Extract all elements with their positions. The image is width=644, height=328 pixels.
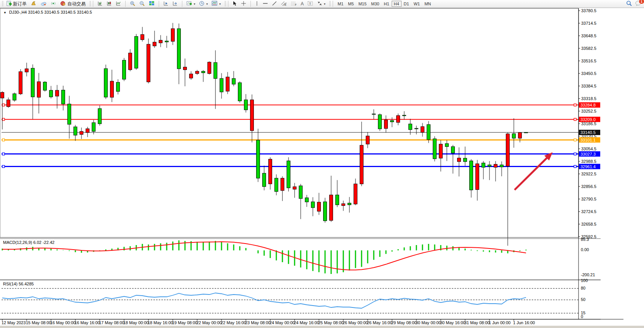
candle-body-bull (415, 128, 418, 129)
candle-body-bull (324, 202, 327, 221)
tab-timeframe-m30[interactable]: M30 (369, 1, 381, 7)
vline-tool-button[interactable] (253, 0, 261, 8)
symbol-title: DJ30-,H4 33140.5 33140.5 33140.5 33140.5 (9, 10, 92, 14)
channel-tool-button[interactable]: E (279, 0, 289, 8)
candle-body-bull (464, 158, 467, 162)
price-badge-label: 33140.5 (580, 130, 596, 135)
time-axis-label: 12 May 2023 (2, 320, 26, 325)
cursor-tool-button[interactable] (231, 0, 239, 8)
candle-body-bear (86, 129, 89, 132)
zoom-in-button[interactable] (128, 0, 137, 8)
hline-handle-right[interactable] (574, 139, 576, 141)
candle-body-bear (141, 35, 144, 40)
chart-canvas[interactable]: 33780.533714.533648.533582.533516.533450… (0, 0, 644, 328)
candle-body-bear (518, 132, 522, 138)
fibonacci-tool-button[interactable]: F (289, 0, 299, 8)
search-button[interactable] (626, 0, 632, 8)
fibonacci-icon: F (291, 1, 297, 7)
price-axis-label: 33252.5 (581, 109, 596, 113)
chart-shift-button[interactable] (171, 0, 180, 8)
candle-chart-mode-button[interactable] (105, 0, 114, 8)
tab-timeframe-d1[interactable]: D1 (402, 1, 411, 7)
candle-body-bull (202, 71, 205, 73)
candle-body-bear (226, 77, 230, 91)
arrows-tool-button[interactable]: ▾ (315, 0, 327, 8)
hline-handle-right[interactable] (574, 118, 576, 121)
hline-handle-right[interactable] (574, 153, 576, 155)
macd-axis-label: -200.21 (581, 272, 595, 277)
candle-body-bull (98, 108, 102, 124)
auto-trading-icon (60, 1, 66, 7)
candle-body-bull (214, 62, 217, 78)
candle-body-bull (263, 173, 266, 186)
candle-body-bull (220, 78, 223, 92)
toolbar-grip[interactable] (89, 1, 91, 6)
hline-handle-left[interactable] (2, 139, 5, 141)
price-axis-label: 33648.5 (581, 33, 596, 38)
candle-body-bull (135, 37, 138, 68)
time-axis-label: 1 Jun 16:00 (513, 320, 535, 325)
hline-handle-left[interactable] (2, 166, 5, 168)
gold-icon (30, 1, 37, 7)
hline-handle-left[interactable] (2, 153, 5, 155)
tile-windows-button[interactable] (147, 0, 156, 8)
new-order-button[interactable]: 新订单 (4, 0, 29, 8)
tab-timeframe-m1[interactable]: M1 (335, 1, 346, 7)
candle-body-bull (372, 114, 376, 115)
template-button[interactable]: ▾ (210, 0, 223, 8)
text-tool-button[interactable]: A (299, 0, 306, 8)
candle-body-bull (68, 104, 71, 124)
toolbar-grip[interactable] (329, 1, 331, 6)
tab-timeframe-h4[interactable]: H4 (392, 1, 402, 7)
candle-body-bear (269, 159, 272, 184)
notifications-button[interactable]: 1 (635, 0, 642, 7)
price-badge-label: 33027.3 (580, 152, 596, 156)
period-button[interactable]: ▾ (197, 0, 210, 8)
svg-text:E: E (285, 3, 287, 6)
tab-timeframe-h1[interactable]: H1 (381, 1, 391, 7)
zoom-out-button[interactable] (137, 0, 147, 8)
price-axis-label: 32790.5 (581, 197, 596, 201)
hline-handle-left[interactable] (2, 118, 5, 121)
new-chart-button[interactable]: ▾ (185, 0, 197, 8)
hline-handle-left[interactable] (2, 104, 5, 106)
candle-body-bull (470, 161, 473, 190)
candle-body-bear (397, 116, 400, 123)
hline-handle-right[interactable] (574, 166, 576, 168)
candle-body-bull (433, 139, 437, 159)
line-chart-mode-button[interactable] (114, 0, 123, 8)
history-center-button[interactable] (29, 0, 38, 8)
label-tool-button[interactable]: T (306, 0, 315, 8)
time-axis-label: 1 Jun 00:00 (489, 320, 511, 325)
bar-chart-mode-button[interactable] (96, 0, 105, 8)
toolbar-grip[interactable] (2, 1, 3, 6)
main-chart-panel (0, 8, 579, 237)
candle-body-bull (305, 198, 309, 202)
candle-body-bear (208, 62, 211, 73)
candle-body-bull (409, 124, 412, 130)
trendline-tool-button[interactable] (270, 0, 279, 8)
svg-text:T: T (309, 2, 311, 6)
auto-trading-button[interactable]: 自动交易 (58, 0, 88, 8)
crosshair-tool-button[interactable] (239, 0, 248, 8)
candle-body-bear (56, 90, 59, 96)
signal-button[interactable] (49, 0, 58, 8)
hline-handle-right[interactable] (574, 104, 576, 106)
tab-timeframe-w1[interactable]: W1 (411, 1, 422, 7)
line-chart-icon (116, 1, 121, 7)
hline-tool-button[interactable] (261, 0, 270, 8)
tab-timeframe-m5[interactable]: M5 (346, 1, 356, 7)
tab-timeframe-m15[interactable]: M15 (356, 1, 369, 7)
auto-scroll-button[interactable] (161, 0, 171, 8)
cloud-button[interactable] (38, 0, 49, 8)
candle-body-bull (500, 165, 504, 167)
tab-timeframe-mn[interactable]: MN (422, 1, 433, 7)
toolbar-grip[interactable] (225, 1, 226, 6)
timeframe-bar: M1 M5 M15 M30 H1 H4 D1 W1 MN (334, 0, 434, 8)
candle-body-bear (190, 74, 193, 78)
new-chart-icon (187, 1, 192, 7)
auto-scroll-icon (163, 1, 169, 7)
symbol-collapse-icon[interactable]: ▼ (3, 11, 6, 14)
candle-body-bear (384, 120, 388, 129)
candle-body-bull (238, 83, 242, 101)
